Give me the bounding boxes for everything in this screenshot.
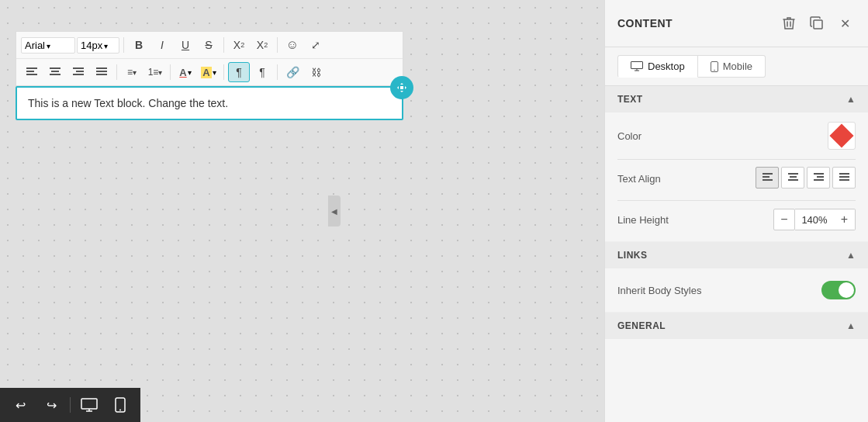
text-align-value [695, 167, 856, 191]
svg-rect-6 [73, 67, 84, 69]
toolbar-separator [123, 37, 124, 53]
svg-rect-23 [790, 176, 797, 178]
line-height-increase-btn[interactable]: + [834, 209, 856, 230]
bullet-list-button[interactable]: ≡ [121, 62, 143, 82]
toolbar-separator-6 [223, 64, 224, 80]
text-section-header[interactable]: TEXT ▲ [605, 86, 868, 112]
right-panel: CONTENT ✕ Desktop [604, 0, 868, 422]
svg-rect-27 [814, 179, 824, 181]
desktop-view-button[interactable] [77, 393, 102, 417]
device-tabs: Desktop Mobile [605, 47, 868, 86]
svg-rect-24 [788, 179, 798, 181]
general-section-chevron: ▲ [846, 320, 856, 331]
color-label: Color [617, 130, 695, 142]
text-section-title: TEXT [617, 94, 846, 105]
delete-button[interactable] [778, 12, 800, 34]
align-btn-group [756, 167, 856, 191]
undo-button[interactable]: ↩ [8, 393, 33, 417]
toolbar-separator-7 [277, 64, 278, 80]
duplicate-button[interactable] [806, 12, 828, 34]
toggle-knob [839, 282, 854, 298]
highlight-button[interactable]: A [198, 62, 220, 82]
underline-button[interactable]: U [175, 35, 196, 55]
inherit-body-label: Inherit Body Styles [617, 285, 821, 296]
toolbar-row-2: ≡ 1≡ A A ¶ ¶ 🔗 ⛓ [16, 59, 403, 85]
svg-rect-25 [814, 173, 824, 175]
move-handle[interactable] [390, 76, 413, 99]
text-toolbar: Arial 14px B I U S X2 X2 ☺ ⤢ [16, 31, 403, 86]
svg-rect-11 [96, 74, 107, 75]
text-align-right-btn[interactable] [807, 167, 830, 189]
paragraph-button[interactable]: ¶ [251, 62, 273, 82]
svg-rect-20 [763, 176, 769, 178]
bold-button[interactable]: B [128, 35, 150, 55]
align-right-button[interactable] [67, 62, 89, 82]
rtl-button[interactable]: ¶ [228, 62, 250, 82]
svg-rect-2 [26, 74, 37, 75]
toolbar-separator-5 [170, 64, 171, 80]
text-block[interactable]: This is a new Text block. Change the tex… [16, 86, 403, 120]
font-family-select[interactable]: Arial [21, 37, 75, 54]
panel-title: CONTENT [617, 17, 778, 29]
color-swatch[interactable] [828, 122, 856, 150]
redo-button[interactable]: ↪ [39, 393, 64, 417]
text-align-center-btn[interactable] [781, 167, 804, 189]
emoji-button[interactable]: ☺ [282, 35, 303, 55]
text-align-left-btn[interactable] [756, 167, 779, 189]
svg-rect-5 [50, 74, 61, 75]
svg-rect-16 [631, 62, 643, 69]
svg-rect-4 [51, 71, 59, 72]
links-section-header[interactable]: LINKS ▲ [605, 242, 868, 268]
svg-rect-15 [814, 20, 822, 29]
tab-desktop[interactable]: Desktop [617, 55, 698, 78]
svg-rect-9 [96, 67, 107, 69]
svg-rect-29 [839, 176, 849, 178]
links-section-title: LINKS [617, 250, 846, 261]
expand-button[interactable]: ⤢ [305, 35, 327, 55]
line-height-control: − 140% + [773, 209, 856, 230]
italic-button[interactable]: I [151, 35, 173, 55]
svg-rect-22 [788, 173, 798, 175]
panel-header: CONTENT ✕ [605, 0, 868, 47]
font-size-select[interactable]: 14px [77, 37, 119, 54]
inherit-body-row: Inherit Body Styles [617, 278, 856, 303]
strikethrough-button[interactable]: S [198, 35, 220, 55]
tab-desktop-label: Desktop [648, 61, 685, 72]
inherit-body-toggle[interactable] [821, 281, 856, 299]
line-height-display: 140% [795, 209, 834, 230]
align-center-button[interactable] [44, 62, 66, 82]
link-button[interactable]: 🔗 [282, 62, 303, 82]
svg-rect-1 [26, 71, 34, 72]
color-value [695, 122, 856, 150]
align-justify-button[interactable] [91, 62, 112, 82]
align-left-button[interactable] [21, 62, 43, 82]
divider-2 [617, 200, 856, 201]
superscript-button[interactable]: X2 [228, 35, 250, 55]
text-align-row: Text Align [617, 166, 856, 191]
unlink-button[interactable]: ⛓ [305, 62, 327, 82]
line-height-decrease-btn[interactable]: − [773, 209, 795, 230]
svg-rect-12 [81, 399, 97, 409]
line-height-value: − 140% + [695, 209, 856, 230]
text-align-justify-btn[interactable] [832, 167, 856, 189]
color-row: Color [617, 122, 856, 150]
subscript-button[interactable]: X2 [251, 35, 273, 55]
svg-point-18 [714, 69, 715, 71]
general-section-header[interactable]: GENERAL ▲ [605, 313, 868, 339]
links-section-chevron: ▲ [846, 250, 856, 261]
panel-header-actions: ✕ [778, 12, 856, 34]
svg-rect-3 [50, 67, 61, 69]
text-align-label: Text Align [617, 173, 695, 185]
ordered-list-button[interactable]: 1≡ [144, 62, 166, 82]
close-button[interactable]: ✕ [834, 12, 856, 34]
font-color-button[interactable]: A [175, 62, 196, 82]
tab-mobile[interactable]: Mobile [698, 55, 766, 78]
line-height-row: Line Height − 140% + [617, 207, 856, 232]
toolbar-row-1: Arial 14px B I U S X2 X2 ☺ ⤢ [16, 32, 403, 59]
collapse-panel-handle[interactable]: ◀ [328, 195, 341, 227]
svg-point-14 [119, 410, 121, 411]
mobile-view-button[interactable] [108, 393, 133, 417]
svg-rect-28 [839, 173, 849, 175]
divider-1 [617, 159, 856, 160]
svg-rect-30 [839, 179, 849, 181]
